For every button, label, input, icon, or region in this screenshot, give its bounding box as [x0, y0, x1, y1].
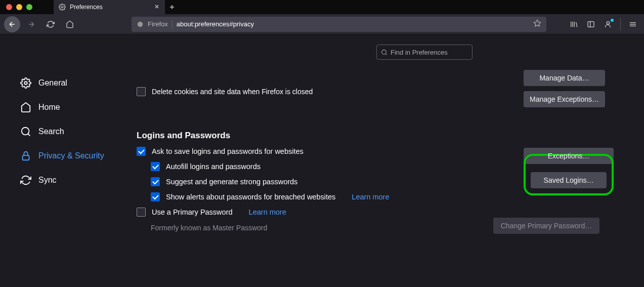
url-bar[interactable]: Firefox about:preferences#privacy — [132, 17, 546, 32]
delete-cookies-checkbox[interactable] — [137, 87, 146, 96]
alerts-checkbox[interactable] — [151, 192, 160, 201]
svg-point-17 — [24, 81, 27, 85]
forward-button — [23, 16, 39, 32]
search-placeholder: Find in Preferences — [391, 49, 448, 56]
autofill-checkbox[interactable] — [151, 162, 160, 171]
sidebar-item-privacy[interactable]: Privacy & Security — [20, 144, 116, 168]
sidebar-toggle-button[interactable] — [584, 17, 598, 31]
svg-line-22 — [385, 54, 387, 55]
search-icon — [20, 126, 31, 137]
close-tab-icon[interactable] — [154, 3, 160, 11]
primary-password-checkbox[interactable] — [137, 208, 146, 217]
svg-marker-6 — [534, 20, 540, 26]
sidebar-item-search[interactable]: Search — [20, 119, 116, 144]
account-button[interactable] — [601, 17, 615, 31]
window-close[interactable] — [6, 4, 12, 10]
browser-tab[interactable]: Preferences — [54, 0, 165, 14]
urlbar-separator — [172, 20, 173, 28]
learn-more-link[interactable]: Learn more — [352, 193, 389, 201]
delete-cookies-label: Delete cookies and site data when Firefo… — [152, 88, 313, 96]
back-button[interactable] — [4, 16, 20, 32]
svg-point-5 — [138, 21, 143, 27]
ask-save-checkbox[interactable] — [137, 147, 146, 156]
sidebar-item-sync[interactable]: Sync — [20, 168, 116, 192]
change-primary-password-button: Change Primary Password… — [493, 218, 599, 234]
svg-rect-20 — [23, 155, 29, 160]
sidebar-item-label: Search — [38, 127, 64, 136]
suggest-label: Suggest and generate strong passwords — [166, 178, 297, 186]
svg-point-18 — [22, 128, 29, 135]
svg-rect-11 — [588, 21, 594, 27]
tab-title: Preferences — [70, 4, 150, 11]
svg-line-19 — [28, 134, 30, 136]
svg-line-10 — [576, 22, 577, 27]
gear-icon — [59, 4, 66, 11]
ask-save-label: Ask to save logins and passwords for web… — [152, 147, 304, 155]
sync-icon — [20, 175, 31, 186]
preferences-sidebar: General Home Search Privacy & Security S… — [0, 34, 116, 287]
gear-icon — [20, 77, 31, 89]
url-text: about:preferences#privacy — [177, 20, 254, 28]
home-button[interactable] — [62, 16, 78, 32]
menu-button[interactable] — [626, 17, 640, 31]
section-title: Logins and Passwords — [137, 131, 624, 141]
preferences-search[interactable]: Find in Preferences — [376, 45, 473, 60]
toolbar-divider — [620, 18, 621, 30]
notification-dot — [611, 19, 614, 22]
url-identity: Firefox — [148, 20, 168, 28]
lock-icon — [20, 150, 31, 161]
sidebar-item-home[interactable]: Home — [20, 95, 116, 119]
primary-password-label: Use a Primary Password — [152, 208, 233, 216]
manage-data-button[interactable]: Manage Data… — [524, 70, 605, 86]
search-icon — [381, 49, 388, 56]
sidebar-item-label: General — [38, 78, 67, 88]
autofill-label: Autofill logins and passwords — [166, 162, 261, 171]
sidebar-item-label: Privacy & Security — [38, 151, 104, 160]
reload-button[interactable] — [42, 16, 59, 32]
firefox-logo-icon — [137, 21, 144, 28]
sidebar-item-general[interactable]: General — [20, 71, 116, 95]
svg-point-0 — [61, 6, 63, 8]
sidebar-item-label: Sync — [38, 176, 57, 185]
sidebar-item-label: Home — [38, 103, 60, 112]
window-maximize[interactable] — [26, 4, 32, 10]
alerts-label: Show alerts about passwords for breached… — [166, 193, 335, 201]
annotation-highlight: Saved Logins… — [524, 154, 614, 195]
suggest-passwords-checkbox[interactable] — [151, 177, 160, 186]
svg-point-21 — [382, 50, 387, 54]
window-minimize[interactable] — [16, 4, 22, 10]
saved-logins-button[interactable]: Saved Logins… — [531, 172, 607, 188]
learn-more-link-2[interactable]: Learn more — [249, 208, 286, 216]
new-tab-button[interactable] — [165, 4, 179, 11]
home-icon — [20, 102, 31, 113]
manage-exceptions-button[interactable]: Manage Exceptions… — [524, 91, 605, 107]
library-button[interactable] — [567, 17, 581, 31]
svg-point-13 — [607, 21, 609, 24]
bookmark-star-icon[interactable] — [533, 19, 541, 29]
